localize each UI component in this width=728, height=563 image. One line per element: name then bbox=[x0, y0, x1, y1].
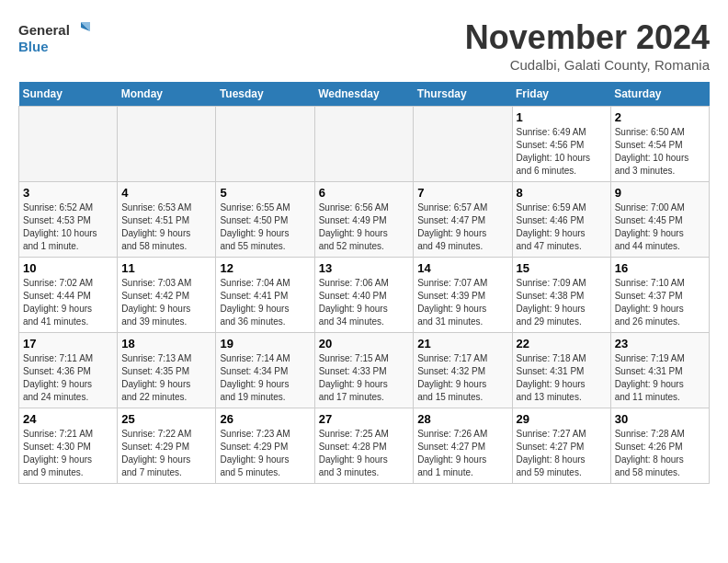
day-number: 19 bbox=[220, 337, 310, 350]
day-info: Sunrise: 6:56 AM Sunset: 4:49 PM Dayligh… bbox=[319, 201, 410, 253]
calendar-cell: 7Sunrise: 6:57 AM Sunset: 4:47 PM Daylig… bbox=[414, 182, 512, 258]
logo-svg: General Blue bbox=[18, 18, 92, 60]
svg-text:Blue: Blue bbox=[18, 39, 49, 54]
month-title: November 2024 bbox=[465, 18, 710, 57]
day-info: Sunrise: 7:22 AM Sunset: 4:29 PM Dayligh… bbox=[121, 428, 211, 479]
calendar-cell bbox=[118, 107, 216, 182]
day-info: Sunrise: 6:55 AM Sunset: 4:50 PM Dayligh… bbox=[220, 201, 310, 253]
day-info: Sunrise: 7:10 AM Sunset: 4:37 PM Dayligh… bbox=[615, 277, 705, 328]
day-number: 18 bbox=[121, 337, 211, 350]
day-number: 10 bbox=[23, 261, 113, 275]
calendar-cell: 1Sunrise: 6:49 AM Sunset: 4:56 PM Daylig… bbox=[512, 107, 610, 182]
header: General Blue November 2024 Cudalbi, Gala… bbox=[18, 18, 710, 73]
day-info: Sunrise: 6:53 AM Sunset: 4:51 PM Dayligh… bbox=[121, 201, 211, 253]
calendar-cell: 18Sunrise: 7:13 AM Sunset: 4:35 PM Dayli… bbox=[118, 333, 216, 408]
logo: General Blue bbox=[18, 18, 92, 60]
day-number: 4 bbox=[121, 186, 211, 200]
calendar-cell: 29Sunrise: 7:27 AM Sunset: 4:27 PM Dayli… bbox=[512, 408, 610, 484]
day-info: Sunrise: 6:52 AM Sunset: 4:53 PM Dayligh… bbox=[23, 201, 113, 253]
calendar-cell: 10Sunrise: 7:02 AM Sunset: 4:44 PM Dayli… bbox=[19, 258, 118, 333]
day-number: 5 bbox=[220, 186, 310, 200]
day-info: Sunrise: 7:23 AM Sunset: 4:29 PM Dayligh… bbox=[220, 428, 310, 479]
day-info: Sunrise: 7:11 AM Sunset: 4:36 PM Dayligh… bbox=[23, 352, 113, 404]
day-number: 3 bbox=[23, 186, 113, 200]
calendar-cell: 28Sunrise: 7:26 AM Sunset: 4:27 PM Dayli… bbox=[414, 408, 512, 484]
day-info: Sunrise: 7:21 AM Sunset: 4:30 PM Dayligh… bbox=[23, 428, 113, 479]
day-number: 27 bbox=[319, 412, 410, 426]
calendar-cell bbox=[19, 107, 118, 182]
calendar-cell: 14Sunrise: 7:07 AM Sunset: 4:39 PM Dayli… bbox=[414, 258, 512, 333]
day-number: 30 bbox=[615, 412, 705, 426]
calendar-cell: 17Sunrise: 7:11 AM Sunset: 4:36 PM Dayli… bbox=[19, 333, 118, 408]
day-info: Sunrise: 7:15 AM Sunset: 4:33 PM Dayligh… bbox=[319, 352, 410, 404]
calendar-cell: 24Sunrise: 7:21 AM Sunset: 4:30 PM Dayli… bbox=[19, 408, 118, 484]
day-number: 9 bbox=[615, 186, 705, 200]
day-number: 26 bbox=[220, 412, 310, 426]
calendar-cell: 23Sunrise: 7:19 AM Sunset: 4:31 PM Dayli… bbox=[610, 333, 709, 408]
weekday-header-tuesday: Tuesday bbox=[216, 82, 314, 107]
calendar-cell: 11Sunrise: 7:03 AM Sunset: 4:42 PM Dayli… bbox=[118, 258, 216, 333]
day-number: 11 bbox=[121, 261, 211, 275]
day-info: Sunrise: 7:19 AM Sunset: 4:31 PM Dayligh… bbox=[615, 352, 705, 404]
weekday-header-friday: Friday bbox=[512, 82, 610, 107]
day-number: 29 bbox=[517, 412, 607, 426]
week-row-1: 1Sunrise: 6:49 AM Sunset: 4:56 PM Daylig… bbox=[19, 107, 710, 182]
week-row-4: 17Sunrise: 7:11 AM Sunset: 4:36 PM Dayli… bbox=[19, 333, 710, 408]
day-number: 12 bbox=[220, 261, 310, 275]
day-info: Sunrise: 7:09 AM Sunset: 4:38 PM Dayligh… bbox=[517, 277, 607, 328]
calendar-cell: 4Sunrise: 6:53 AM Sunset: 4:51 PM Daylig… bbox=[118, 182, 216, 258]
day-info: Sunrise: 6:59 AM Sunset: 4:46 PM Dayligh… bbox=[517, 201, 607, 253]
calendar-cell: 20Sunrise: 7:15 AM Sunset: 4:33 PM Dayli… bbox=[314, 333, 414, 408]
day-info: Sunrise: 7:07 AM Sunset: 4:39 PM Dayligh… bbox=[417, 277, 507, 328]
day-info: Sunrise: 6:57 AM Sunset: 4:47 PM Dayligh… bbox=[417, 201, 507, 253]
weekday-header-sunday: Sunday bbox=[19, 82, 118, 107]
week-row-5: 24Sunrise: 7:21 AM Sunset: 4:30 PM Dayli… bbox=[19, 408, 710, 484]
calendar-cell: 3Sunrise: 6:52 AM Sunset: 4:53 PM Daylig… bbox=[19, 182, 118, 258]
weekday-header-thursday: Thursday bbox=[414, 82, 512, 107]
calendar-cell: 15Sunrise: 7:09 AM Sunset: 4:38 PM Dayli… bbox=[512, 258, 610, 333]
day-number: 23 bbox=[615, 337, 705, 350]
day-info: Sunrise: 7:00 AM Sunset: 4:45 PM Dayligh… bbox=[615, 201, 705, 253]
calendar-cell: 30Sunrise: 7:28 AM Sunset: 4:26 PM Dayli… bbox=[610, 408, 709, 484]
calendar-cell: 8Sunrise: 6:59 AM Sunset: 4:46 PM Daylig… bbox=[512, 182, 610, 258]
calendar-cell: 27Sunrise: 7:25 AM Sunset: 4:28 PM Dayli… bbox=[314, 408, 414, 484]
day-info: Sunrise: 6:49 AM Sunset: 4:56 PM Dayligh… bbox=[517, 126, 607, 178]
day-info: Sunrise: 7:18 AM Sunset: 4:31 PM Dayligh… bbox=[517, 352, 607, 404]
day-number: 22 bbox=[517, 337, 607, 350]
day-info: Sunrise: 7:03 AM Sunset: 4:42 PM Dayligh… bbox=[121, 277, 211, 328]
day-number: 21 bbox=[417, 337, 507, 350]
calendar-cell bbox=[314, 107, 414, 182]
calendar-cell: 5Sunrise: 6:55 AM Sunset: 4:50 PM Daylig… bbox=[216, 182, 314, 258]
calendar-cell: 13Sunrise: 7:06 AM Sunset: 4:40 PM Dayli… bbox=[314, 258, 414, 333]
calendar-cell: 26Sunrise: 7:23 AM Sunset: 4:29 PM Dayli… bbox=[216, 408, 314, 484]
location-subtitle: Cudalbi, Galati County, Romania bbox=[465, 57, 710, 73]
day-info: Sunrise: 7:14 AM Sunset: 4:34 PM Dayligh… bbox=[220, 352, 310, 404]
day-number: 25 bbox=[121, 412, 211, 426]
day-info: Sunrise: 7:28 AM Sunset: 4:26 PM Dayligh… bbox=[615, 428, 705, 479]
calendar-cell: 6Sunrise: 6:56 AM Sunset: 4:49 PM Daylig… bbox=[314, 182, 414, 258]
weekday-header-wednesday: Wednesday bbox=[314, 82, 414, 107]
calendar-cell bbox=[414, 107, 512, 182]
week-row-3: 10Sunrise: 7:02 AM Sunset: 4:44 PM Dayli… bbox=[19, 258, 710, 333]
day-info: Sunrise: 7:13 AM Sunset: 4:35 PM Dayligh… bbox=[121, 352, 211, 404]
day-number: 2 bbox=[615, 110, 705, 124]
calendar-cell bbox=[216, 107, 314, 182]
day-number: 6 bbox=[319, 186, 410, 200]
calendar-cell: 21Sunrise: 7:17 AM Sunset: 4:32 PM Dayli… bbox=[414, 333, 512, 408]
title-section: November 2024 Cudalbi, Galati County, Ro… bbox=[465, 18, 710, 73]
day-number: 7 bbox=[417, 186, 507, 200]
day-number: 24 bbox=[23, 412, 113, 426]
day-number: 8 bbox=[517, 186, 607, 200]
day-number: 16 bbox=[615, 261, 705, 275]
day-info: Sunrise: 7:17 AM Sunset: 4:32 PM Dayligh… bbox=[417, 352, 507, 404]
day-number: 17 bbox=[23, 337, 113, 350]
day-info: Sunrise: 7:26 AM Sunset: 4:27 PM Dayligh… bbox=[417, 428, 507, 479]
calendar-cell: 2Sunrise: 6:50 AM Sunset: 4:54 PM Daylig… bbox=[610, 107, 709, 182]
calendar-cell: 12Sunrise: 7:04 AM Sunset: 4:41 PM Dayli… bbox=[216, 258, 314, 333]
day-number: 28 bbox=[417, 412, 507, 426]
day-number: 20 bbox=[319, 337, 410, 350]
calendar-cell: 25Sunrise: 7:22 AM Sunset: 4:29 PM Dayli… bbox=[118, 408, 216, 484]
day-info: Sunrise: 7:25 AM Sunset: 4:28 PM Dayligh… bbox=[319, 428, 410, 479]
calendar-cell: 19Sunrise: 7:14 AM Sunset: 4:34 PM Dayli… bbox=[216, 333, 314, 408]
calendar-table: SundayMondayTuesdayWednesdayThursdayFrid… bbox=[18, 82, 710, 484]
